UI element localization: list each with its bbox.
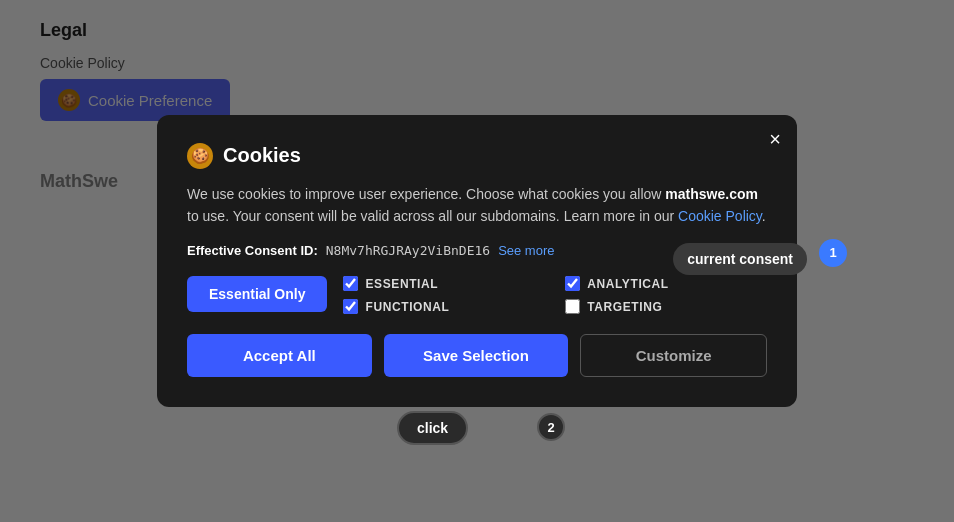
modal-description: We use cookies to improve user experienc… [187,183,767,228]
consent-id-value: N8Mv7hRGJRAy2ViBnDE16 [326,243,490,258]
checkbox-analytical-input[interactable] [565,276,580,291]
annotation-badge-2: 2 [537,413,565,441]
modal-cookie-icon: 🍪 [187,143,213,169]
annotation-badge-1: 1 [819,239,847,267]
consent-label: Effective Consent ID: [187,243,318,258]
click-annotation: click [397,411,468,445]
cookie-policy-link[interactable]: Cookie Policy [678,208,762,224]
modal-title: Cookies [223,144,301,167]
checkboxes-grid: ESSENTIAL ANALYTICAL FUNCTIONAL TARGETIN… [343,276,767,314]
checkbox-targeting-input[interactable] [565,299,580,314]
checkbox-essential[interactable]: ESSENTIAL [343,276,545,291]
modal-close-button[interactable]: × [769,129,781,149]
customize-button[interactable]: Customize [580,334,767,377]
checkbox-analytical[interactable]: ANALYTICAL [565,276,767,291]
see-more-link[interactable]: See more [498,243,554,258]
checkbox-functional[interactable]: FUNCTIONAL [343,299,545,314]
modal-title-row: 🍪 Cookies [187,143,767,169]
cookie-options-row: Essential Only ESSENTIAL ANALYTICAL FUNC… [187,276,767,314]
current-consent-annotation: current consent [673,243,807,275]
save-selection-button[interactable]: Save Selection [384,334,569,377]
essential-only-button[interactable]: Essential Only [187,276,327,312]
modal-overlay: × 🍪 Cookies We use cookies to improve us… [0,0,954,522]
accept-all-button[interactable]: Accept All [187,334,372,377]
checkbox-functional-input[interactable] [343,299,358,314]
cookie-modal: × 🍪 Cookies We use cookies to improve us… [157,115,797,408]
modal-buttons-row: Accept All Save Selection Customize [187,334,767,377]
checkbox-essential-input[interactable] [343,276,358,291]
checkbox-targeting[interactable]: TARGETING [565,299,767,314]
